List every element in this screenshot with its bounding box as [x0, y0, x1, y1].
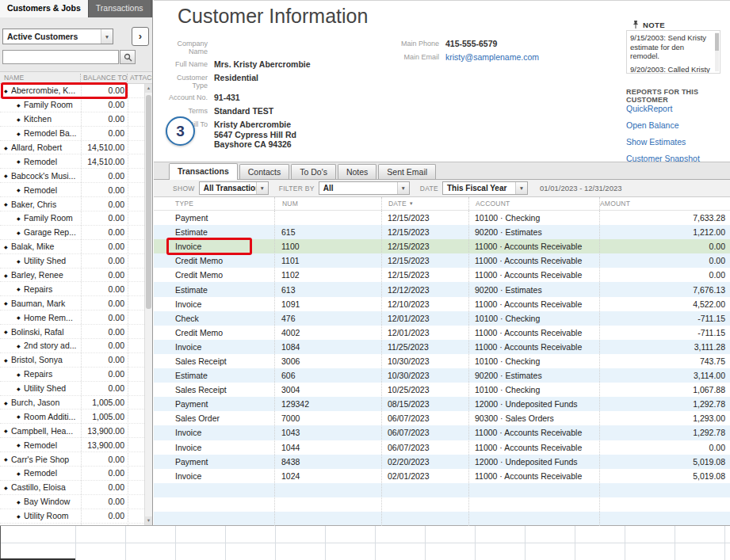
customer-row[interactable]: ◆ Baker, Chris 0.00	[0, 197, 152, 211]
transaction-row[interactable]: Payment 12/15/2023 10100 · Checking 7,63…	[154, 211, 730, 225]
link-open-balance[interactable]: Open Balance	[626, 120, 679, 130]
customer-row[interactable]: ◆ Babcock's Musi... 0.00	[0, 169, 152, 183]
column-header-name[interactable]: NAME	[0, 74, 80, 82]
grid-line	[724, 526, 725, 560]
customer-row[interactable]: ◆ Family Room 0.00	[0, 98, 152, 112]
customer-row[interactable]: ◆ Remodel 13,900.00	[0, 438, 152, 452]
column-header-balance[interactable]: BALANCE TOT...	[80, 74, 127, 82]
transaction-row[interactable]: Payment 8438 02/20/2023 12000 · Undeposi…	[154, 455, 730, 469]
transaction-row[interactable]: Invoice 1044 06/07/2023 11000 · Accounts…	[154, 440, 730, 455]
diamond-icon: ◆	[4, 400, 11, 406]
filter-by-dropdown[interactable]: All ▼	[319, 181, 410, 195]
transaction-row[interactable]: Sales Order 7000 06/07/2023 90300 · Sale…	[154, 411, 730, 425]
customer-row[interactable]: ◆ Remodel Ba... 0.00	[0, 127, 152, 141]
transaction-row[interactable]: Sales Receipt 3004 10/25/2023 10100 · Ch…	[154, 383, 730, 397]
email-link[interactable]: kristy@samplename.com	[445, 52, 539, 63]
customer-row[interactable]: ◆ Abercrombie, K... 0.00	[0, 84, 152, 98]
scroll-down-icon[interactable]: ▼	[145, 516, 152, 525]
customer-name: Room Additi...	[24, 412, 81, 421]
customer-row[interactable]: ◆ Remodel 0.00	[0, 467, 152, 481]
customer-row[interactable]: ◆ Balak, Mike 0.00	[0, 240, 152, 254]
column-header-date[interactable]: DATE▼	[381, 197, 468, 210]
search-button[interactable]	[120, 50, 136, 64]
transaction-row[interactable]: Credit Memo 1102 12/15/2023 11000 · Acco…	[154, 268, 730, 282]
column-header-amount[interactable]: AMOUNT	[599, 197, 730, 210]
link-quickreport[interactable]: QuickReport	[626, 104, 672, 113]
transaction-account: 90200 · Estimates	[468, 285, 599, 295]
scrollbar-thumb[interactable]	[146, 95, 151, 309]
customer-row[interactable]: ◆ Home Rem... 0.00	[0, 310, 152, 325]
note-box[interactable]: 9/15/2003: Send Kristy estimate for den …	[626, 30, 720, 74]
link-customer-snapshot[interactable]: Customer Snapshot	[626, 154, 700, 162]
customer-row[interactable]: ◆ Utility Shed 0.00	[0, 382, 152, 396]
customer-row[interactable]: ◆ 2nd story ad... 0.00	[0, 339, 152, 353]
transaction-row[interactable]: Invoice 1043 06/07/2023 11000 · Accounts…	[154, 425, 730, 440]
customer-balance: 0.00	[81, 86, 127, 95]
transaction-row[interactable]: Sales Receipt 3006 10/30/2023 10100 · Ch…	[154, 354, 730, 368]
customer-row[interactable]: ◆ Allard, Robert 14,510.00	[0, 141, 152, 155]
diamond-icon: ◆	[17, 158, 24, 164]
transaction-type: Sales Receipt	[154, 356, 274, 366]
customer-row[interactable]: ◆ Garage Rep... 0.00	[0, 226, 152, 240]
column-header-account[interactable]: ACCOUNT	[468, 197, 599, 210]
customer-row[interactable]: ◆ Family Room 0.00	[0, 211, 152, 226]
tab-notes[interactable]: Notes	[338, 164, 376, 179]
transaction-type: Payment	[154, 213, 274, 223]
customer-row[interactable]: ◆ Carr's Pie Shop 0.00	[0, 452, 152, 467]
transaction-row[interactable]: Invoice 1100 12/15/2023 11000 · Accounts…	[154, 239, 730, 253]
customer-row[interactable]: ◆ Bolinski, Rafal 0.00	[0, 325, 152, 339]
tab-transactions[interactable]: Transactions	[169, 163, 238, 180]
tab-sent-email[interactable]: Sent Email	[378, 164, 436, 179]
show-dropdown[interactable]: All Transactions ▼	[199, 181, 269, 195]
tab-customers-and-jobs[interactable]: Customers & Jobs	[0, 0, 88, 17]
customer-row[interactable]: ◆ Kitchen 0.00	[0, 112, 152, 127]
tab-contacts[interactable]: Contacts	[239, 164, 289, 179]
customer-row[interactable]: ◆ Remodel 0.00	[0, 183, 152, 197]
transaction-row[interactable]: Credit Memo 1101 12/15/2023 11000 · Acco…	[154, 253, 730, 268]
transaction-row[interactable]: Invoice 1024 02/01/2023 11000 · Accounts…	[154, 469, 730, 483]
customer-row[interactable]: ◆ Bauman, Mark 0.00	[0, 296, 152, 310]
diamond-icon: ◆	[4, 357, 11, 363]
customer-filter-dropdown[interactable]: Active Customers ▼	[2, 29, 113, 44]
scrollbar-thumb[interactable]	[715, 33, 719, 51]
column-header-attach[interactable]: ATTACH	[127, 74, 152, 82]
expand-view-button[interactable]: ›	[132, 27, 149, 46]
customer-row[interactable]: ◆ Repairs 0.00	[0, 282, 152, 296]
link-show-estimates[interactable]: Show Estimates	[626, 137, 686, 147]
tab-transactions-sidebar[interactable]: Transactions	[88, 0, 151, 17]
date-dropdown[interactable]: This Fiscal Year ▼	[442, 181, 528, 195]
page-title: Customer Information	[178, 5, 368, 28]
transaction-date: 12/12/2023	[381, 285, 468, 295]
transaction-type: Credit Memo	[154, 256, 274, 265]
transaction-account: 11000 · Accounts Receivable	[468, 256, 599, 265]
customer-row[interactable]: ◆ Barley, Renee 0.00	[0, 269, 152, 283]
column-header-num[interactable]: NUM	[274, 197, 381, 210]
transaction-row[interactable]: Estimate 606 10/30/2023 90200 · Estimate…	[154, 368, 730, 383]
customer-row[interactable]: ◆ Utility Room 0.00	[0, 509, 152, 524]
customer-row[interactable]: ◆ Bay Window 0.00	[0, 495, 152, 509]
transaction-row[interactable]: Estimate 613 12/12/2023 90200 · Estimate…	[154, 282, 730, 296]
customer-row[interactable]: ◆ Bristol, Sonya 0.00	[0, 353, 152, 368]
transaction-row[interactable]: Credit Memo 4002 12/01/2023 11000 · Acco…	[154, 326, 730, 340]
customer-row[interactable]: ◆ Remodel 14,510.00	[0, 154, 152, 169]
customer-row[interactable]: ◆ Repairs 0.00	[0, 368, 152, 382]
transaction-row[interactable]: Estimate 615 12/15/2023 90200 · Estimate…	[154, 225, 730, 239]
scroll-up-icon[interactable]: ▲	[145, 84, 152, 93]
transaction-date: 10/25/2023	[381, 385, 468, 394]
transaction-row[interactable]: Payment 129342 08/15/2023 12000 · Undepo…	[154, 397, 730, 411]
field-value: Residential	[214, 73, 258, 90]
customer-row[interactable]: ◆ Campbell, Hea... 13,900.00	[0, 424, 152, 438]
column-header-type[interactable]: TYPE	[154, 197, 274, 210]
sidebar-scrollbar[interactable]: ▲ ▼	[144, 84, 152, 525]
customer-row[interactable]: ◆ Castillo, Eloisa 0.00	[0, 481, 152, 495]
transaction-row[interactable]: Invoice 1084 11/25/2023 11000 · Accounts…	[154, 340, 730, 354]
note-scrollbar[interactable]	[715, 32, 719, 71]
date-label: DATE	[420, 185, 438, 192]
tab-todos[interactable]: To Do's	[291, 164, 336, 179]
customer-row[interactable]: ◆ Utility Shed 0.00	[0, 254, 152, 269]
customer-search-input[interactable]	[2, 50, 119, 64]
transaction-row[interactable]: Check 476 12/01/2023 10100 · Checking -7…	[154, 311, 730, 326]
transaction-row[interactable]: Invoice 1091 12/10/2023 11000 · Accounts…	[154, 297, 730, 311]
customer-row[interactable]: ◆ Room Additi... 1,005.00	[0, 410, 152, 424]
customer-row[interactable]: ◆ Burch, Jason 1,005.00	[0, 396, 152, 410]
